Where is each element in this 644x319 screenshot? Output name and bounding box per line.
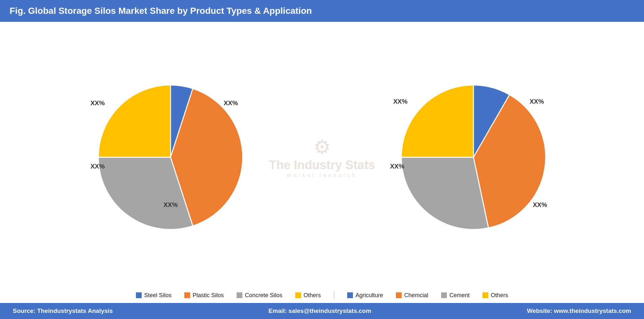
legend-item: Others xyxy=(295,292,321,299)
legend-color-swatch xyxy=(295,292,301,298)
footer-website: Website: www.theindustrystats.com xyxy=(527,307,631,315)
legend-color-swatch xyxy=(482,292,488,298)
legend-label: Plastic Silos xyxy=(193,292,224,299)
legend-item: Chemcial xyxy=(396,292,428,299)
legend-group1: Steel Silos Plastic Silos Concrete Silos… xyxy=(136,292,321,299)
legend-row: Steel Silos Plastic Silos Concrete Silos… xyxy=(0,286,644,303)
chart1-label-others: XX% xyxy=(90,99,105,107)
legend-label: Steel Silos xyxy=(144,292,171,299)
legend-color-swatch xyxy=(136,292,142,298)
legend-item: Steel Silos xyxy=(136,292,171,299)
legend-item: Cement xyxy=(441,292,470,299)
chart2-label-cement: XX% xyxy=(390,163,404,170)
footer-email: Email: sales@theindustrystats.com xyxy=(269,307,372,315)
legend-item: Agriculture xyxy=(347,292,383,299)
legend-item: Others xyxy=(482,292,508,299)
legend-color-swatch xyxy=(184,292,190,298)
chart2-proper xyxy=(397,80,550,234)
legend-divider xyxy=(334,291,334,299)
legend-group2: Agriculture Chemcial Cement Others xyxy=(347,292,508,299)
legend-item: Concrete Silos xyxy=(237,292,282,299)
legend-label: Concrete Silos xyxy=(245,292,282,299)
legend-color-swatch xyxy=(347,292,353,298)
legend-color-swatch xyxy=(441,292,447,298)
chart2-label-chemical: XX% xyxy=(533,201,547,209)
legend-color-swatch xyxy=(396,292,402,298)
chart1-label-plastic: XX% xyxy=(163,201,178,209)
page-header: Fig. Global Storage Silos Market Share b… xyxy=(0,0,644,22)
legend-label: Chemcial xyxy=(404,292,428,299)
legend-label: Cement xyxy=(449,292,470,299)
legend-label: Others xyxy=(491,292,508,299)
page-title: Fig. Global Storage Silos Market Share b… xyxy=(10,6,312,16)
charts-row: ⚙ The Industry Stats market research XX%… xyxy=(0,28,644,286)
page-footer: Source: Theindustrystats Analysis Email:… xyxy=(0,303,644,319)
legend-label: Agriculture xyxy=(355,292,383,299)
chart2-container: XX% XX% XX% XX% xyxy=(397,80,550,234)
main-content: ⚙ The Industry Stats market research XX%… xyxy=(0,22,644,303)
legend-color-swatch xyxy=(237,292,242,298)
chart1-container: XX% XX% XX% XX% xyxy=(94,80,247,234)
legend-label: Others xyxy=(304,292,321,299)
chart1-label-concrete: XX% xyxy=(90,163,105,170)
chart2-label-agriculture: XX% xyxy=(530,98,544,105)
chart1-label-steel: XX% xyxy=(224,99,238,107)
footer-source: Source: Theindustrystats Analysis xyxy=(13,307,113,315)
chart2-label-others: XX% xyxy=(393,98,407,105)
legend-item: Plastic Silos xyxy=(184,292,224,299)
